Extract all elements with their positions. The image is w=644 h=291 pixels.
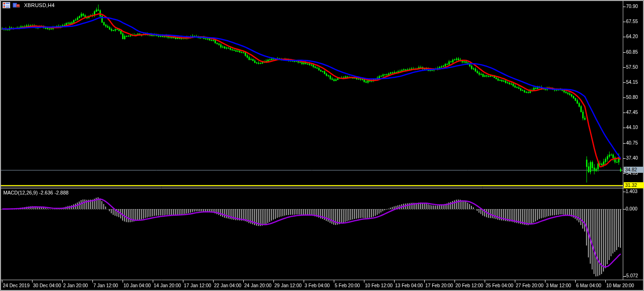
mt4-chart-window: XBRUSD,H4 MACD(12,26,9) -2.636 -2.888 1.… <box>0 0 644 291</box>
chart-canvas[interactable] <box>0 0 644 291</box>
